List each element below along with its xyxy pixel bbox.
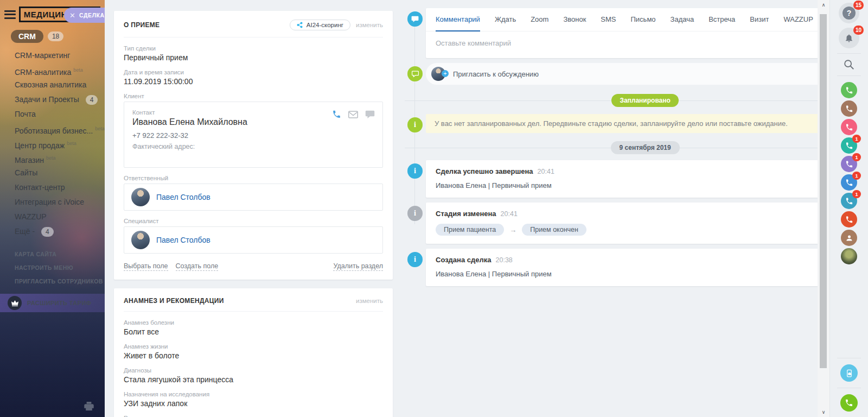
timeline-entry-card[interactable]: Сделка успешно завершена 20:41 Иванова Е… [426,160,818,198]
sidebar-item-contact-center[interactable]: Контакт-центр [11,180,105,195]
notification-badge: 1 [852,135,861,143]
entry-title[interactable]: Стадия изменена [436,210,496,218]
sidebar-item-mail[interactable]: Почта [11,107,105,122]
select-field-link[interactable]: Выбрать поле [124,262,168,271]
printer-icon[interactable] [84,402,94,410]
tab-visit[interactable]: Визит [750,8,769,31]
sidebar-item-crm[interactable]: CRM 18 [11,30,105,43]
hamburger-menu-icon[interactable] [4,10,16,19]
delete-section-link[interactable]: Удалить раздел [333,262,383,271]
field-appointment-datetime: Дата и время записи 11.09.2019 15:00:00 [124,69,383,86]
sidebar-item-sitemap[interactable]: КАРТА САЙТА [15,248,105,261]
call-app-icon[interactable]: 1 [841,192,857,210]
notification-badge: 1 [852,153,861,161]
call-app-icon[interactable]: 1 [841,136,857,155]
tab-call[interactable]: Звонок [563,8,586,31]
chat-icon[interactable] [365,110,375,118]
ai-scoring-icon [297,22,303,28]
edit-link[interactable]: изменить [356,22,383,28]
contacts-app-icon[interactable] [841,229,857,247]
sidebar-item-crm-analytics[interactable]: CRM-аналитикаbeta [11,63,105,78]
call-app-icon[interactable] [841,118,857,136]
upgrade-plan-button[interactable]: РАСШИРИТЬ ТАРИФ [0,294,105,312]
arrow-icon: → [509,226,516,234]
vertical-scrollbar[interactable]: ∧ ∨ [818,0,829,417]
tab-wazzup[interactable]: WAZZUP [783,8,813,31]
sidebar-item-invite-employees[interactable]: ПРИГЛАСИТЬ СОТРУДНИКОВ [15,275,105,288]
call-button[interactable] [840,393,858,413]
field-responsible: Ответственный Павел Столбов [124,175,383,211]
email-icon[interactable] [348,111,358,118]
tab-meeting[interactable]: Встреча [709,8,735,31]
ai-scoring-button[interactable]: AI24-скоринг [290,20,350,30]
sidebar-item-store[interactable]: Магазинbeta [11,151,105,166]
edit-link[interactable]: изменить [356,298,383,304]
tab-email[interactable]: Письмо [631,8,656,31]
discussion-bubble-icon [407,66,423,81]
tab-zoom[interactable]: Zoom [531,8,548,31]
left-sidebar: МЕДИЦИНА CRM 18 CRM-маркетинг CRM-аналит… [0,0,105,417]
notification-badge: 15 [853,1,864,10]
sidebar-item-sites[interactable]: Сайты [11,166,105,180]
close-icon[interactable]: ✕ [69,11,75,20]
create-field-link[interactable]: Создать поле [176,262,219,271]
tab-comment[interactable]: Комментарий [436,8,480,31]
search-button[interactable] [843,59,855,71]
tab-sms[interactable]: SMS [601,8,616,31]
sidebar-item-wazzup[interactable]: WAZZUP [11,210,105,224]
counter-badge: 4 [86,95,98,105]
person-icon [845,234,853,242]
timeline-entry-card[interactable]: Стадия изменена 20:41 Прием пациента → П… [426,203,818,244]
sidebar-item-crm-marketing[interactable]: CRM-маркетинг [11,48,105,63]
plus-icon: + [442,70,449,77]
notifications-button[interactable]: 10 [839,28,859,48]
avatar [131,231,150,249]
call-app-icon[interactable]: 1 [841,155,857,173]
notification-badge: 1 [852,172,861,180]
entry-title[interactable]: Создана сделка [436,256,492,264]
sidebar-item-more[interactable]: Ещё - 4 [11,224,105,239]
entry-body: Иванова Елена | Первичный прием [436,181,818,189]
scrollbar-thumb[interactable] [820,14,827,368]
call-app-icon[interactable] [841,210,857,229]
tab-task[interactable]: Задача [671,8,694,31]
call-app-icon[interactable] [841,81,857,99]
user-avatar[interactable] [841,247,857,266]
help-button[interactable]: ? 15 [839,3,859,23]
comment-input[interactable]: Оставьте комментарий [426,31,818,58]
counter-badge: 4 [41,227,54,237]
tab-wait[interactable]: Ждать [495,8,516,31]
responsible-name-link[interactable]: Павел Столбов [156,193,210,201]
scroll-down-arrow[interactable]: ∨ [818,409,829,415]
slider-tab-deal[interactable]: ✕ СДЕЛКА [64,8,105,23]
field-specialist: Специалист Павел Столбов [124,218,383,254]
responsible-card: Павел Столбов [124,184,383,211]
contact-address-label: Фактический адрес: [132,143,374,150]
mobile-app-button[interactable] [840,363,858,383]
specialist-name-link[interactable]: Павел Столбов [156,236,210,244]
sidebar-item-configure-menu[interactable]: НАСТРОИТЬ МЕНЮ [15,261,105,275]
invite-to-discussion-button[interactable]: + Пригласить к обсуждению [426,63,818,85]
sidebar-item-end-to-end-analytics[interactable]: Сквозная аналитика [11,78,105,92]
sidebar-item-tasks-projects[interactable]: Задачи и Проекты 4 [11,92,105,107]
timeline-entry: i Сделка успешно завершена 20:41 Иванова… [401,160,818,198]
mobile-icon [845,369,853,377]
call-icon[interactable] [332,110,341,119]
contact-phone[interactable]: +7 922 222-32-32 [132,131,374,140]
entry-body: Иванова Елена | Первичный прием [436,270,818,278]
sidebar-footer: КАРТА САЙТА НАСТРОИТЬ МЕНЮ ПРИГЛАСИТЬ СО… [0,239,105,288]
call-app-icon[interactable] [841,99,857,118]
entry-title[interactable]: Сделка успешно завершена [436,167,533,175]
info-icon: i [407,117,423,132]
date-pill[interactable]: 9 сентября 2019 [611,141,680,154]
sidebar-item-sales-center[interactable]: Центр продажbeta [11,136,105,151]
timeline-entry-card[interactable]: Создана сделка 20:38 Иванова Елена | Пер… [426,249,818,286]
planned-separator: Запланировано [401,93,818,108]
field-client: Клиент Контакт Иванова Елена Михайловна … [124,93,383,168]
sidebar-item-rpa[interactable]: Роботизация бизнес...beta [11,122,105,136]
entry-time: 20:41 [501,210,518,218]
call-app-icon[interactable]: 1 [841,173,857,192]
sidebar-item-ivoice[interactable]: Интеграция с iVoice [11,195,105,210]
scroll-up-arrow[interactable]: ∧ [818,2,829,8]
deal-slider-panel: О ПРИЕМЕ AI24-скоринг изменить Тип сделк… [105,0,818,417]
